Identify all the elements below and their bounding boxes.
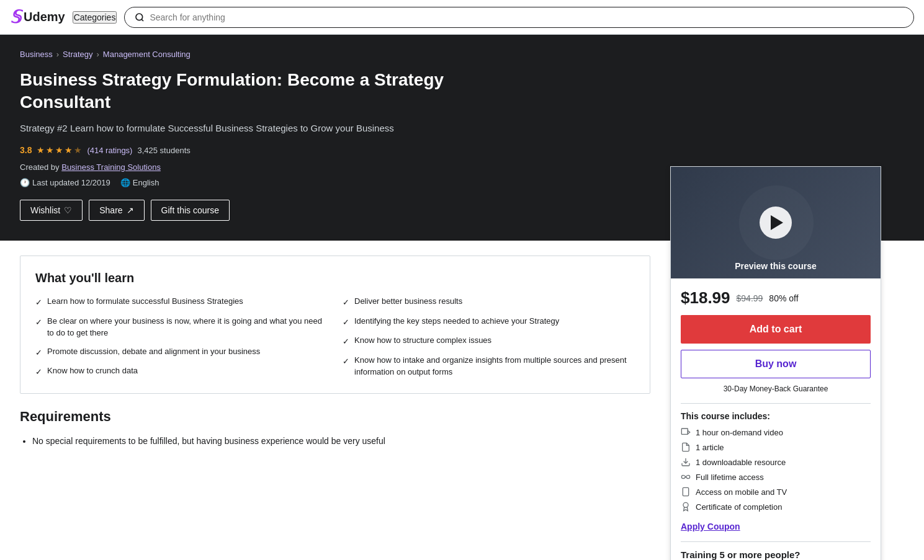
original-price: $94.99: [737, 293, 763, 303]
rating-count: (414 ratings): [87, 146, 132, 155]
check-icon: ✓: [343, 316, 349, 329]
sidebar-body: $18.99 $94.99 80% off Add to cart Buy no…: [671, 278, 881, 560]
course-title: Business Strategy Formulation: Become a …: [20, 69, 454, 114]
breadcrumb-strategy[interactable]: Strategy: [63, 50, 92, 59]
main-content: What you'll learn ✓ Learn how to formula…: [0, 241, 670, 560]
svg-point-7: [683, 503, 688, 508]
includes-title: This course includes:: [681, 411, 871, 421]
search-bar: [124, 7, 914, 28]
search-input[interactable]: [150, 12, 904, 22]
list-item: ✓ Know how to structure complex issues: [343, 334, 635, 348]
current-price: $18.99: [681, 288, 730, 308]
check-icon: ✓: [343, 336, 349, 348]
sidebar: Preview this course $18.99 $94.99 80% of…: [670, 241, 881, 560]
play-icon: [771, 215, 783, 230]
rating-number: 3.8: [20, 145, 32, 155]
course-subtitle: Strategy #2 Learn how to formulate Succe…: [20, 122, 454, 136]
clock-icon: 🕐: [20, 178, 30, 187]
download-icon: [681, 457, 691, 467]
article-icon: [681, 442, 691, 452]
list-item: ✓ Be clear on where your business is now…: [35, 315, 328, 339]
svg-marker-3: [688, 431, 689, 434]
includes-item-lifetime: Full lifetime access: [681, 472, 871, 482]
svg-rect-5: [683, 488, 688, 496]
rating-row: 3.8 ★ ★ ★ ★ ★ (414 ratings) 3,425 studen…: [20, 145, 904, 155]
check-icon: ✓: [35, 316, 42, 329]
list-item: ✓ Deliver better business results: [343, 295, 635, 309]
svg-line-1: [142, 19, 144, 21]
certificate-icon: [681, 502, 691, 512]
check-icon: ✓: [35, 347, 42, 359]
divider: [681, 403, 871, 404]
share-button[interactable]: Share ↗: [89, 200, 144, 221]
sidebar-card: Preview this course $18.99 $94.99 80% of…: [670, 166, 881, 560]
play-button[interactable]: [760, 207, 792, 239]
breadcrumb-management-consulting[interactable]: Management Consulting: [103, 50, 191, 59]
list-item: No special requirements to be fulfilled,…: [32, 435, 650, 448]
star-2: ★: [46, 145, 54, 155]
list-item: ✓ Know how to intake and organize insigh…: [343, 354, 635, 378]
globe-icon: 🌐: [120, 178, 130, 187]
video-icon: [681, 427, 691, 437]
includes-item-download: 1 downloadable resource: [681, 457, 871, 467]
svg-rect-2: [681, 429, 688, 434]
student-count: 3,425 students: [137, 146, 190, 155]
breadcrumb: Business › Strategy › Management Consult…: [20, 50, 904, 59]
list-item: ✓ Identifying the key steps needed to ac…: [343, 315, 635, 329]
breadcrumb-business[interactable]: Business: [20, 50, 53, 59]
preview-area[interactable]: Preview this course: [671, 167, 881, 278]
gift-button[interactable]: Gift this course: [151, 200, 230, 221]
list-item: ✓ Promote discussion, debate and alignme…: [35, 345, 328, 359]
list-item: ✓ Learn how to formulate successful Busi…: [35, 295, 328, 309]
language: 🌐 English: [120, 178, 159, 187]
learn-title: What you'll learn: [35, 271, 635, 285]
list-item: ✓ Know how to crunch data: [35, 365, 328, 378]
discount-badge: 80% off: [769, 293, 798, 303]
money-back-guarantee: 30-Day Money-Back Guarantee: [681, 384, 871, 393]
requirements-section: Requirements No special requirements to …: [20, 409, 650, 448]
includes-item-video: 1 hour on-demand video: [681, 427, 871, 437]
learn-grid: ✓ Learn how to formulate successful Busi…: [35, 295, 635, 378]
search-icon: [135, 12, 145, 22]
mobile-icon: [681, 487, 691, 497]
star-half: ★: [74, 145, 82, 155]
includes-item-mobile: Access on mobile and TV: [681, 487, 871, 497]
includes-item-article: 1 article: [681, 442, 871, 452]
share-icon: ↗: [127, 205, 134, 215]
heart-icon: ♡: [64, 205, 72, 215]
star-4: ★: [65, 145, 73, 155]
last-updated: 🕐 Last updated 12/2019: [20, 178, 110, 187]
divider-2: [681, 541, 871, 542]
price-row: $18.99 $94.99 80% off: [681, 288, 871, 308]
check-icon: ✓: [343, 355, 349, 368]
preview-label: Preview this course: [671, 261, 881, 271]
star-3: ★: [55, 145, 63, 155]
udemy-logo-icon: 𝕊: [10, 7, 21, 27]
logo[interactable]: 𝕊 Udemy: [10, 7, 65, 27]
buy-now-button[interactable]: Buy now: [681, 350, 871, 378]
requirements-list: No special requirements to be fulfilled,…: [20, 435, 650, 448]
wishlist-button[interactable]: Wishlist ♡: [20, 200, 83, 221]
page-layout: What you'll learn ✓ Learn how to formula…: [0, 241, 924, 560]
includes-item-certificate: Certificate of completion: [681, 502, 871, 512]
categories-button[interactable]: Categories: [73, 11, 117, 24]
check-icon: ✓: [343, 296, 349, 309]
check-icon: ✓: [35, 296, 42, 309]
infinity-icon: [681, 472, 691, 482]
svg-point-0: [136, 14, 143, 20]
training-title: Training 5 or more people?: [681, 549, 871, 560]
apply-coupon-link[interactable]: Apply Coupon: [681, 522, 871, 531]
star-1: ★: [37, 145, 45, 155]
learn-section: What you'll learn ✓ Learn how to formula…: [20, 256, 650, 394]
add-to-cart-button[interactable]: Add to cart: [681, 315, 871, 344]
learn-items-right: ✓ Deliver better business results ✓ Iden…: [343, 295, 635, 378]
check-icon: ✓: [35, 366, 42, 378]
instructor-link[interactable]: Business Training Solutions: [61, 162, 161, 172]
requirements-title: Requirements: [20, 409, 650, 425]
logo-text: Udemy: [24, 10, 65, 24]
includes-list: 1 hour on-demand video 1 article 1 downl…: [681, 427, 871, 512]
learn-items-left: ✓ Learn how to formulate successful Busi…: [35, 295, 328, 378]
star-rating: ★ ★ ★ ★ ★: [37, 145, 82, 155]
navigation: 𝕊 Udemy Categories: [0, 0, 924, 35]
